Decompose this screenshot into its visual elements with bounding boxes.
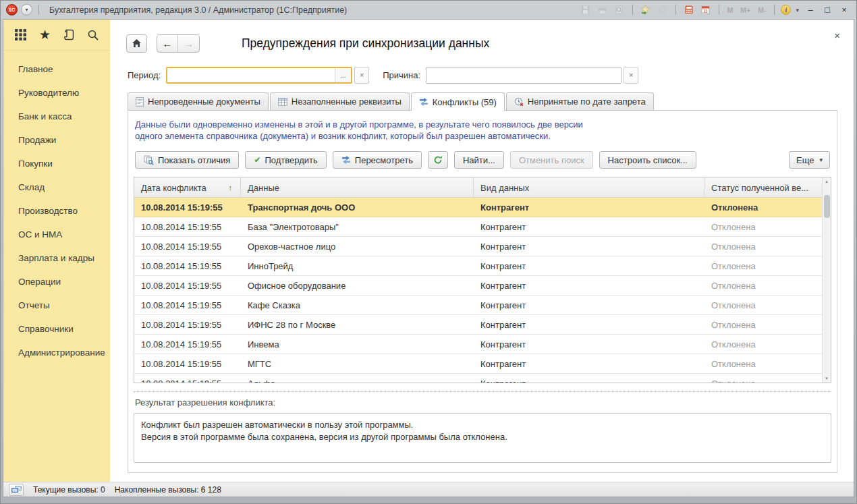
client-server-icon[interactable]: [9, 484, 24, 496]
cell-kind: Контрагент: [474, 281, 704, 291]
sidebar-item-administrirovanie[interactable]: Администрирование: [3, 341, 110, 364]
cell-kind: Контрагент: [474, 202, 704, 213]
sidebar-item-pokupki[interactable]: Покупки: [3, 152, 110, 175]
column-header-data[interactable]: Данные: [241, 177, 474, 198]
memory-m-button[interactable]: M: [725, 6, 736, 14]
info-icon[interactable]: i: [781, 5, 791, 15]
cell-status: Отклонена: [704, 339, 821, 349]
history-icon[interactable]: [63, 28, 75, 41]
cell-date: 10.08.2014 15:19:55: [134, 359, 241, 369]
sidebar-item-rukovoditelyu[interactable]: Руководителю: [3, 81, 110, 105]
sidebar-item-os-i-nma[interactable]: ОС и НМА: [3, 223, 110, 246]
cell-status: Отклонена: [704, 379, 821, 384]
table-row[interactable]: 10.08.2014 15:19:55 Офисное оборудование…: [134, 276, 831, 296]
table-row[interactable]: 10.08.2014 15:19:55 МГТС Контрагент Откл…: [134, 354, 831, 374]
add-favorite-icon[interactable]: [639, 4, 653, 16]
cancel-search-button: Отменить поиск: [510, 151, 593, 169]
titlebar-separator: [774, 5, 775, 15]
svg-text:31: 31: [703, 9, 709, 13]
calendar-icon[interactable]: 31: [699, 4, 713, 16]
titlebar-separator: [38, 5, 39, 15]
tab-unposted-documents[interactable]: Непроведенные документы: [128, 92, 269, 110]
reason-input[interactable]: [426, 67, 621, 83]
table-row[interactable]: 10.08.2014 15:19:55 Орехов-частное лицо …: [134, 237, 831, 256]
accumulated-calls: Накопленные вызовы: 6 128: [115, 485, 221, 495]
period-input[interactable]: [167, 68, 335, 82]
cell-date: 10.08.2014 15:19:55: [134, 379, 241, 384]
search-icon[interactable]: [87, 29, 99, 41]
find-button[interactable]: Найти...: [454, 151, 504, 169]
titlebar-separator: [632, 5, 633, 15]
chevron-down-icon: ▾: [819, 157, 823, 163]
titlebar-separator: [675, 5, 676, 15]
reason-clear-icon[interactable]: ×: [624, 67, 638, 84]
memory-m-minus-button[interactable]: M-: [756, 6, 768, 14]
table-scrollbar[interactable]: ▲ ▼: [822, 177, 831, 383]
sidebar-item-proizvodstvo[interactable]: Производство: [3, 199, 110, 223]
show-differences-button[interactable]: Показать отличия: [135, 151, 239, 169]
table-row[interactable]: 10.08.2014 15:19:55 Инвема Контрагент От…: [134, 335, 831, 354]
period-choose-icon[interactable]: ...: [335, 68, 351, 82]
tab-conflicts[interactable]: Конфликты (59): [411, 92, 505, 111]
table-row[interactable]: 10.08.2014 15:19:55 Кафе Сказка Контраге…: [134, 296, 831, 315]
scroll-down-icon[interactable]: ▼: [825, 374, 829, 383]
clock-blocked-icon: [514, 97, 524, 107]
conflict-info-text: Данные были одновременно изменены в этой…: [134, 117, 831, 148]
sidebar-item-zarplata-i-kadry[interactable]: Зарплата и кадры: [3, 246, 110, 270]
review-button[interactable]: Пересмотреть: [333, 151, 422, 169]
calculator-icon[interactable]: [682, 4, 696, 16]
scrollbar-thumb[interactable]: [824, 195, 830, 218]
print-icon[interactable]: [596, 4, 609, 16]
sidebar-item-prodazhi[interactable]: Продажи: [3, 128, 110, 152]
cell-status: Отклонена: [704, 261, 821, 271]
favorites-star-icon[interactable]: ★: [39, 28, 51, 41]
refresh-button[interactable]: [428, 151, 448, 169]
favorites-icon[interactable]: [656, 4, 669, 16]
current-calls: Текущие вызовы: 0: [33, 485, 105, 495]
sidebar-item-spravochniki[interactable]: Справочники: [3, 317, 110, 341]
tab-label: Непринятые по дате запрета: [528, 96, 646, 107]
more-button[interactable]: Еще ▾: [789, 151, 830, 169]
conflicts-tab-panel: Данные были одновременно изменены в этой…: [128, 110, 837, 473]
home-button[interactable]: [126, 34, 147, 53]
table-row[interactable]: 10.08.2014 15:19:55 ИФНС 28 по г Москве …: [134, 315, 831, 335]
maximize-button[interactable]: □: [821, 5, 834, 15]
info-caret-icon[interactable]: ▾: [794, 7, 800, 13]
table-row[interactable]: 10.08.2014 15:19:55 Транспортная дочь ОО…: [134, 198, 831, 217]
main-menu-button[interactable]: ▾: [21, 4, 32, 16]
scroll-up-icon[interactable]: ▲: [825, 177, 829, 186]
titlebar-separator: [719, 5, 719, 15]
column-header-date[interactable]: Дата конфликта ↑: [134, 177, 241, 198]
result-label: Результат разрешения конфликта:: [134, 397, 831, 413]
table-row[interactable]: 10.08.2014 15:19:55 База "Электротовары"…: [134, 217, 831, 237]
table-row[interactable]: 10.08.2014 15:19:55 ИнноТрейд Контрагент…: [134, 256, 831, 276]
close-button[interactable]: ×: [837, 5, 851, 15]
cell-date: 10.08.2014 15:19:55: [134, 281, 241, 291]
tab-label: Непроведенные документы: [148, 96, 260, 107]
minimize-button[interactable]: –: [804, 5, 817, 15]
tab-unfilled-attributes[interactable]: Незаполненные реквизиты: [270, 92, 410, 110]
tabs: Непроведенные документы Незаполненные ре…: [128, 92, 837, 110]
print-preview-icon[interactable]: [613, 4, 626, 16]
sidebar-item-otchety[interactable]: Отчеты: [3, 293, 110, 317]
column-header-status[interactable]: Статус полученной ве...: [704, 177, 821, 198]
period-clear-icon[interactable]: ×: [354, 67, 369, 84]
sidebar-item-glavnoe[interactable]: Главное: [3, 57, 110, 81]
status-bar: Текущие вызовы: 0 Накопленные вызовы: 6 …: [3, 482, 854, 497]
period-label: Период:: [128, 70, 161, 80]
column-header-kind[interactable]: Вид данных: [474, 177, 704, 198]
cell-kind: Контрагент: [474, 379, 704, 384]
save-icon[interactable]: [579, 4, 592, 16]
cell-status: Отклонена: [704, 242, 821, 252]
confirm-button[interactable]: ✔ Подтвердить: [245, 151, 326, 169]
configure-list-button[interactable]: Настроить список...: [599, 151, 696, 169]
back-button[interactable]: ←: [157, 35, 178, 52]
sections-menu-icon[interactable]: [14, 28, 27, 41]
tab-rejected-by-date[interactable]: Непринятые по дате запрета: [506, 92, 654, 110]
form-close-icon[interactable]: ×: [834, 30, 840, 40]
memory-m-plus-button[interactable]: M+: [738, 6, 752, 14]
sidebar-item-bank-i-kassa[interactable]: Банк и касса: [3, 105, 110, 128]
sidebar-item-sklad[interactable]: Склад: [3, 175, 110, 199]
sidebar-item-operacii[interactable]: Операции: [3, 270, 110, 293]
table-row[interactable]: 10.08.2014 15:19:55 Альфа Контрагент Отк…: [134, 374, 831, 383]
